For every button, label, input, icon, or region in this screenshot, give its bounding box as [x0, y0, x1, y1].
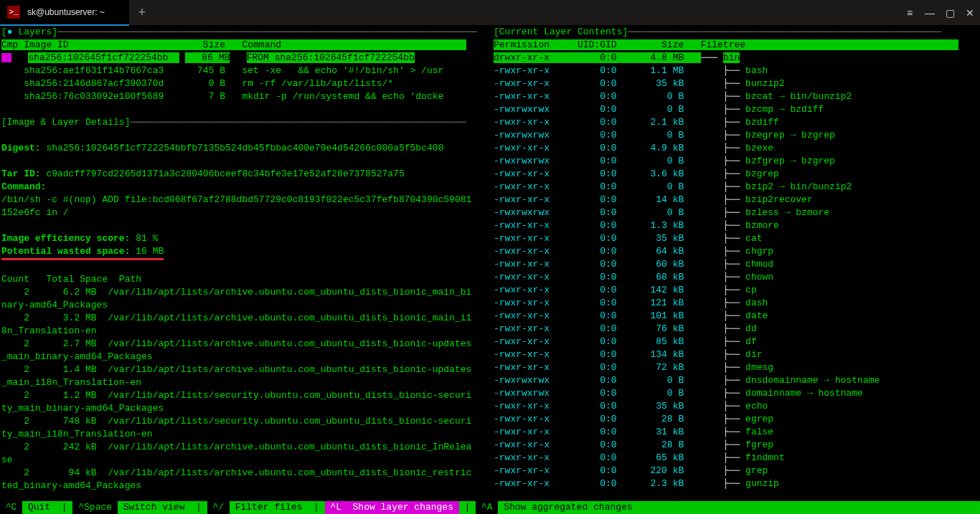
hamburger-icon[interactable]: ≡: [900, 0, 920, 26]
details-panel: [Image & Layer Details]─────────────────…: [1, 103, 488, 492]
filetree-panel: [Current Layer Contents]────────────────…: [494, 26, 979, 490]
layers-panel: [● Layers]──────────────────────────────…: [1, 26, 488, 103]
maximize-button[interactable]: ▢: [940, 0, 960, 26]
minimize-button[interactable]: —: [920, 0, 940, 26]
window-titlebar: >_ sk@ubuntuserver: ~ + ≡ — ▢ ✕: [0, 0, 980, 26]
terminal-icon: >_: [7, 6, 20, 19]
tab-title: sk@ubuntuserver: ~: [27, 6, 105, 19]
footer-bar: ^C Quit | ^Space Switch view | ^/ Filter…: [0, 501, 980, 514]
new-tab-button[interactable]: +: [129, 6, 155, 19]
close-button[interactable]: ✕: [960, 0, 980, 26]
terminal-tab[interactable]: >_ sk@ubuntuserver: ~: [0, 0, 129, 26]
